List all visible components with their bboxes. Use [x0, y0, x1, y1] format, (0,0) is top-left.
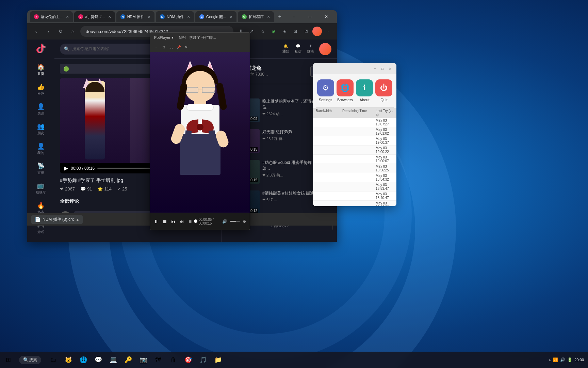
search-box[interactable]: 🔍 搜索你感兴趣的内容	[60, 44, 162, 55]
start-button[interactable]: ⊞	[0, 352, 16, 368]
potplayer-always-on-top[interactable]: 📌	[175, 44, 182, 50]
close-button[interactable]: ✕	[318, 11, 334, 22]
ndm-browsers-item[interactable]: 🌐 Browsers	[337, 79, 354, 102]
ndm-restore[interactable]: □	[379, 65, 386, 72]
taskbar-map-icon[interactable]: 🗺	[151, 353, 165, 367]
sidebar-item-follow[interactable]: 👤 关注	[30, 100, 52, 119]
restore-button[interactable]: □	[302, 11, 318, 22]
potplayer-stop-button[interactable]: ⏹	[162, 217, 168, 226]
likes-stat[interactable]: ❤ 2067	[60, 186, 75, 191]
bookmark-icon[interactable]: ☆	[258, 27, 267, 36]
ndm-table-row[interactable]: May 03 19:01:02	[313, 127, 396, 136]
ndm-table-row[interactable]: May 03 19:07:27	[313, 118, 396, 127]
play-button[interactable]: ▶	[64, 165, 68, 171]
extension4-icon[interactable]: 🖥	[301, 27, 311, 36]
taskbar-photo-icon[interactable]: 📷	[136, 353, 150, 367]
minimize-button[interactable]: －	[286, 11, 301, 22]
taskbar-search[interactable]: 🔍 搜索	[19, 356, 41, 364]
ndm-settings-item[interactable]: ⚙ Settings	[317, 79, 334, 102]
star-icon: ⭐	[97, 186, 103, 191]
tab-2[interactable]: ♪ #手势舞 #... ✕	[74, 11, 115, 22]
forward-button[interactable]: ›	[44, 27, 53, 36]
taskbar-explorer-icon[interactable]: 🗂	[47, 353, 60, 367]
taskbar-netease-icon[interactable]: 🎵	[196, 353, 210, 367]
tab-4[interactable]: N NDM 插件 ✕	[156, 11, 194, 22]
taskbar-chat-icon[interactable]: 💬	[92, 353, 105, 367]
refresh-button[interactable]: ↻	[56, 27, 65, 36]
ndm-table-row[interactable]: May 03 18:54:32	[313, 173, 396, 182]
tab-5-close[interactable]: ✕	[230, 15, 232, 19]
new-tab-button[interactable]: +	[275, 12, 284, 21]
taskbar-chrome-icon[interactable]: 🌐	[77, 353, 90, 367]
user-avatar[interactable]	[319, 43, 331, 55]
ndm-table-row[interactable]: May 03 19:00:22	[313, 145, 396, 155]
shares-stat[interactable]: ↗ 25	[117, 186, 127, 191]
potplayer-pause-button[interactable]: ⏸	[153, 217, 159, 226]
taskbar-trash-icon[interactable]: 🗑	[166, 353, 180, 367]
potplayer-video	[150, 52, 250, 213]
sidebar-item-home[interactable]: 🏠 首页	[30, 61, 52, 79]
taskbar-code-icon[interactable]: 💻	[107, 353, 120, 367]
tab-3[interactable]: N NDM 插件 ✕	[116, 11, 154, 22]
sidebar-item-recommend[interactable]: 👍 推荐	[30, 80, 52, 99]
potplayer-volume-icon[interactable]: 🔊	[222, 217, 228, 226]
topbar-upload[interactable]: ⬆ 投稿	[307, 44, 314, 54]
topbar-notification[interactable]: 🔔 通知	[282, 44, 289, 54]
potplayer-volume-bar[interactable]	[230, 221, 240, 222]
ndm-close[interactable]: ✕	[387, 65, 393, 72]
taskbar-cat-icon[interactable]: 🐱	[62, 353, 75, 367]
potplayer-close[interactable]: ✕	[183, 44, 190, 50]
tab-5[interactable]: G Google 翻... ✕	[195, 11, 236, 22]
home-button[interactable]: ⌂	[68, 27, 78, 36]
ndm-table-row[interactable]: May 03 19:00:37	[313, 136, 396, 145]
taskbar-key-icon[interactable]: 🔑	[121, 353, 135, 367]
tab-2-close[interactable]: ✕	[108, 15, 111, 19]
taskbar-folder-icon[interactable]: 📁	[211, 353, 225, 367]
potplayer-prev-button[interactable]: ⏮	[170, 217, 176, 226]
potplayer-fullscreen[interactable]: ⛶	[168, 44, 175, 50]
sidebar-item-friends[interactable]: 👥 朋友	[30, 120, 52, 138]
potplayer-menu-name[interactable]: PotPlayer ▾	[152, 35, 176, 41]
sidebar-item-live[interactable]: 📡 直播	[30, 159, 52, 178]
taskbar-red-icon[interactable]: 🎯	[181, 353, 195, 367]
potplayer-settings-icon[interactable]: ⚙	[243, 219, 246, 224]
tab-4-close[interactable]: ✕	[187, 15, 190, 19]
potplayer-minimize[interactable]: －	[153, 44, 160, 50]
back-button[interactable]: ‹	[31, 27, 41, 36]
ndm-table-row[interactable]: May 03 18:40:06	[313, 201, 396, 206]
extension3-icon[interactable]: ⊡	[291, 27, 300, 36]
potplayer-next-button[interactable]: ⏭	[179, 217, 185, 226]
favorites-stat[interactable]: ⭐ 114	[97, 186, 112, 191]
tab-6-close[interactable]: ✕	[267, 15, 270, 19]
download-chevron-icon[interactable]: ▲	[76, 218, 79, 221]
potplayer-playlist-button[interactable]: ≡	[187, 217, 193, 226]
potplayer-title-menu: 学废了 手忙脚...	[189, 35, 248, 40]
download-item[interactable]: 📄 NDM 插件 (3).crx ▲	[31, 215, 83, 224]
tab-1[interactable]: ♪ 屠龙兔的主... ✕	[30, 11, 73, 22]
sidebar-item-mine[interactable]: 👤 我的	[30, 140, 52, 158]
ndm-table-row[interactable]: May 03 18:56:25	[313, 164, 396, 173]
sidebar-item-cinema[interactable]: 📺 放映厅	[30, 179, 52, 198]
ndm-col-remaining	[342, 183, 373, 190]
ndm-table-row[interactable]: May 03 19:00:07	[313, 155, 396, 164]
ndm-table-row[interactable]: May 03 18:53:47	[313, 182, 396, 191]
comments-stat[interactable]: 💬 91	[80, 186, 92, 191]
extension2-icon[interactable]: ◈	[280, 27, 289, 36]
tab-6[interactable]: ⚙ 扩展程序 ✕	[238, 11, 274, 22]
ndm-about-item[interactable]: ℹ About	[356, 79, 373, 102]
douyin-logo[interactable]	[34, 43, 48, 54]
sidebar-item-entertainment[interactable]: 🎭 娱乐	[30, 239, 52, 242]
profile-avatar[interactable]	[312, 27, 322, 36]
tab-1-close[interactable]: ✕	[66, 15, 69, 19]
cinema-icon: 📺	[37, 182, 45, 189]
topbar-message[interactable]: 💬 私信	[295, 44, 301, 54]
potplayer-restore[interactable]: □	[160, 44, 167, 50]
douyin-sidebar: 🏠 首页 👍 推荐 👤 关注 👥 朋友 👤 我的	[27, 40, 54, 242]
tab-3-close[interactable]: ✕	[148, 15, 150, 19]
ndm-minimize[interactable]: －	[372, 65, 378, 72]
extension1-icon[interactable]: ◉	[269, 27, 278, 36]
ndm-col-lastry: May 03 19:00:07	[376, 155, 394, 163]
menu-button[interactable]: ⋮	[323, 27, 333, 36]
ndm-table-row[interactable]: May 03 18:40:47	[313, 191, 396, 201]
ndm-quit-item[interactable]: ⏻ Quit	[375, 79, 392, 102]
